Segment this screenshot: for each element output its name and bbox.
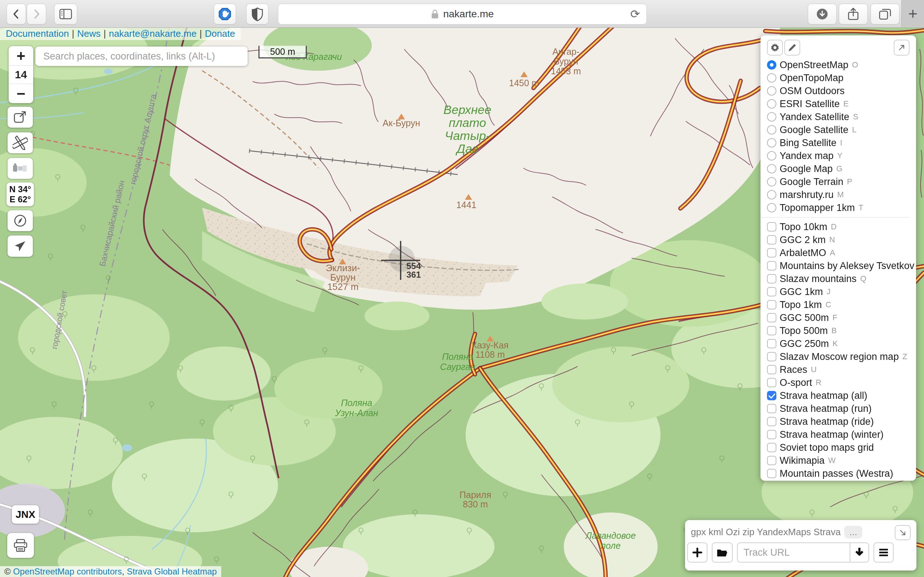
overlay-strava-heatmap-winter-[interactable]: Strava heatmap (winter) — [767, 428, 916, 441]
radio-button[interactable] — [767, 151, 776, 161]
checkbox[interactable] — [767, 261, 776, 271]
overlay-arbaletmo[interactable]: ArbaletMOA — [767, 246, 916, 259]
overlay-ggc-500m[interactable]: GGC 500mF — [767, 311, 916, 324]
checkbox[interactable] — [767, 378, 776, 387]
checkbox[interactable] — [767, 313, 776, 322]
overlay-ggc-1km[interactable]: GGC 1kmJ — [767, 285, 916, 298]
search-input[interactable] — [36, 47, 247, 66]
load-track-button[interactable] — [850, 542, 869, 562]
checkbox[interactable] — [767, 417, 776, 426]
extension-shield-button[interactable] — [246, 3, 268, 24]
checkbox[interactable] — [767, 248, 776, 258]
downloads-button[interactable] — [808, 3, 837, 24]
checkbox[interactable] — [767, 443, 776, 452]
track-menu-button[interactable] — [874, 542, 894, 562]
radio-button[interactable] — [767, 177, 776, 187]
radio-button[interactable] — [767, 125, 776, 134]
reload-icon[interactable]: ⟳ — [630, 7, 640, 21]
base-layer-esri-satellite[interactable]: ESRI SatelliteE — [767, 97, 916, 110]
checkbox[interactable] — [767, 235, 776, 245]
overlay-slazav-moscow-region-map[interactable]: Slazav Moscow region mapZ — [767, 350, 916, 363]
print-button[interactable] — [7, 533, 34, 558]
site-link-0[interactable]: Documentation — [6, 28, 69, 39]
forward-button[interactable] — [27, 3, 46, 24]
checkbox[interactable] — [767, 430, 776, 439]
base-layer-openstreetmap[interactable]: OpenStreetMapO — [767, 58, 916, 71]
overlay-ggc-250m[interactable]: GGC 250mK — [767, 337, 916, 350]
radio-button[interactable] — [767, 203, 776, 213]
tab-overview-button[interactable] — [871, 3, 900, 24]
checkbox[interactable] — [767, 365, 776, 374]
radio-button[interactable] — [767, 60, 776, 69]
overlay-wikimapia[interactable]: WikimapiaW — [767, 454, 916, 467]
overlay-topo-10km[interactable]: Topo 10kmD — [767, 220, 916, 233]
checkbox[interactable] — [767, 456, 776, 465]
checkbox[interactable] — [767, 352, 776, 361]
checkbox[interactable] — [767, 404, 776, 413]
overlay-races[interactable]: RacesU — [767, 363, 916, 376]
overlay-mountains-by-aleksey-tsvetkov[interactable]: Mountains by Aleksey Tsvetkov — [767, 259, 916, 272]
locate-me-button[interactable] — [8, 235, 33, 257]
overlay-strava-heatmap-ride-[interactable]: Strava heatmap (ride) — [767, 415, 916, 428]
base-layer-google-map[interactable]: Google MapG — [767, 162, 916, 175]
osm-attribution-link[interactable]: OpenStreetMap contributors — [13, 567, 122, 576]
checkbox[interactable] — [767, 326, 776, 335]
checkbox[interactable] — [767, 300, 776, 309]
extension-blocker-button[interactable] — [214, 3, 236, 24]
base-layer-osm-outdoors[interactable]: OSM Outdoors — [767, 84, 916, 97]
base-layer-google-satellite[interactable]: Google SatelliteL — [767, 123, 916, 136]
checkbox[interactable] — [767, 469, 776, 478]
layers-collapse-button[interactable] — [894, 40, 909, 56]
radio-button[interactable] — [767, 190, 776, 200]
base-layer-yandex-satellite[interactable]: Yandex SatelliteS — [767, 110, 916, 123]
checkbox[interactable] — [767, 391, 776, 400]
layers-settings-button[interactable] — [767, 40, 783, 56]
checkbox[interactable] — [767, 287, 776, 297]
base-layer-yandex-map[interactable]: Yandex mapY — [767, 149, 916, 162]
radio-button[interactable] — [767, 86, 776, 95]
base-layer-marshruty-ru[interactable]: marshruty.ruM — [767, 188, 916, 201]
panoramas-button[interactable] — [8, 158, 33, 179]
new-tab-button[interactable]: + — [901, 0, 924, 27]
track-url-input[interactable] — [737, 542, 850, 562]
overlay-ggc-2-km[interactable]: GGC 2 kmN — [767, 233, 916, 246]
site-link-2[interactable]: nakarte@nakarte.me — [109, 28, 196, 39]
more-formats-button[interactable]: ... — [844, 526, 862, 538]
open-file-button[interactable] — [712, 542, 733, 562]
layers-edit-button[interactable] — [784, 40, 800, 56]
overlay-topo-500m[interactable]: Topo 500mB — [767, 324, 916, 337]
overlay-slazav-mountains[interactable]: Slazav mountainsQ — [767, 272, 916, 285]
sidebar-toggle-button[interactable] — [54, 3, 77, 24]
overlay-topo-1km[interactable]: Topo 1kmC — [767, 298, 916, 311]
overlay-mountain-passes-westra-[interactable]: Mountain passes (Westra) — [767, 467, 916, 480]
radio-button[interactable] — [767, 73, 776, 82]
radio-button[interactable] — [767, 164, 776, 174]
site-link-1[interactable]: News — [77, 28, 101, 39]
new-track-button[interactable] — [687, 542, 708, 562]
radio-button[interactable] — [767, 112, 776, 121]
site-link-3[interactable]: Donate — [205, 28, 235, 39]
overlay-strava-heatmap-run-[interactable]: Strava heatmap (run) — [767, 402, 916, 415]
radio-button[interactable] — [767, 138, 776, 148]
radio-button[interactable] — [767, 99, 776, 108]
base-layer-opentopomap[interactable]: OpenTopoMap — [767, 71, 916, 84]
checkbox[interactable] — [767, 274, 776, 284]
back-button[interactable] — [6, 3, 26, 24]
coordinates-widget[interactable]: N 34° E 62° — [6, 182, 34, 206]
base-layer-google-terrain[interactable]: Google TerrainP — [767, 175, 916, 188]
base-layer-topomapper-1km[interactable]: Topomapper 1kmT — [767, 201, 916, 214]
overlay-strava-heatmap-all-[interactable]: Strava heatmap (all) — [767, 389, 916, 402]
checkbox[interactable] — [767, 222, 776, 232]
checkbox[interactable] — [767, 339, 776, 348]
jnx-button[interactable]: JNX — [12, 505, 39, 524]
overlay-o-sport[interactable]: O-sportR — [767, 376, 916, 389]
zoom-in-button[interactable]: + — [9, 46, 33, 66]
search-box[interactable] — [36, 47, 247, 66]
track-panel-collapse-button[interactable] — [895, 525, 911, 540]
overlay-soviet-topo-maps-grid[interactable]: Soviet topo maps grid — [767, 441, 916, 454]
share-button[interactable] — [839, 3, 868, 24]
azimuth-button[interactable] — [8, 210, 33, 231]
permalink-button[interactable] — [8, 107, 33, 128]
base-layer-bing-satellite[interactable]: Bing SatelliteI — [767, 136, 916, 149]
measure-tool-button[interactable] — [8, 132, 33, 153]
